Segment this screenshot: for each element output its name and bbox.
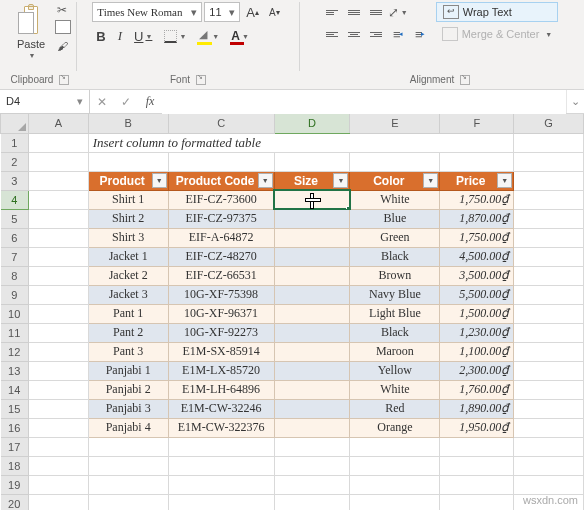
- increase-font-button[interactable]: A▴: [242, 3, 263, 22]
- row-header-14[interactable]: 14: [1, 380, 29, 399]
- row-header-7[interactable]: 7: [1, 247, 29, 266]
- table-cell-2-4[interactable]: 1,750.00₫: [440, 228, 514, 247]
- table-cell-4-3[interactable]: Brown: [350, 266, 440, 285]
- table-cell-10-1[interactable]: E1M-LH-64896: [168, 380, 274, 399]
- table-cell-12-2[interactable]: [274, 418, 350, 437]
- cell-A17[interactable]: [28, 437, 88, 456]
- row-header-9[interactable]: 9: [1, 285, 29, 304]
- column-header-B[interactable]: B: [88, 114, 168, 133]
- cell-E20[interactable]: [350, 494, 440, 510]
- table-cell-6-0[interactable]: Pant 1: [88, 304, 168, 323]
- table-cell-3-2[interactable]: [274, 247, 350, 266]
- copy-button[interactable]: ▼: [54, 20, 70, 36]
- decrease-font-button[interactable]: A▾: [265, 5, 284, 20]
- row-header-19[interactable]: 19: [1, 475, 29, 494]
- table-cell-3-0[interactable]: Jacket 1: [88, 247, 168, 266]
- fill-handle[interactable]: [346, 206, 350, 210]
- table-cell-8-3[interactable]: Maroon: [350, 342, 440, 361]
- cell-G6[interactable]: [514, 228, 584, 247]
- enter-formula-button[interactable]: ✓: [114, 95, 138, 109]
- cell-G8[interactable]: [514, 266, 584, 285]
- table-cell-9-2[interactable]: [274, 361, 350, 380]
- merge-center-button[interactable]: Merge & Center ▼: [436, 24, 559, 44]
- column-header-F[interactable]: F: [440, 114, 514, 133]
- cell-A14[interactable]: [28, 380, 88, 399]
- cell-A6[interactable]: [28, 228, 88, 247]
- row-header-4[interactable]: 4: [1, 190, 29, 209]
- table-cell-5-2[interactable]: [274, 285, 350, 304]
- expand-formula-bar-button[interactable]: ⌄: [566, 90, 584, 113]
- cell-G15[interactable]: [514, 399, 584, 418]
- fill-color-button[interactable]: ▼: [194, 28, 223, 44]
- cell-E19[interactable]: [350, 475, 440, 494]
- table-cell-0-1[interactable]: EIF-CZ-73600: [168, 190, 274, 209]
- font-size-combo[interactable]: 11 ▾: [204, 2, 240, 22]
- cell-A13[interactable]: [28, 361, 88, 380]
- align-bottom-button[interactable]: [366, 2, 386, 22]
- cell-C19[interactable]: [168, 475, 274, 494]
- cell-A7[interactable]: [28, 247, 88, 266]
- filter-button[interactable]: ▼: [258, 173, 273, 188]
- row-header-10[interactable]: 10: [1, 304, 29, 323]
- cell-A9[interactable]: [28, 285, 88, 304]
- name-box[interactable]: D4 ▾: [0, 90, 90, 114]
- cell-C18[interactable]: [168, 456, 274, 475]
- table-cell-4-2[interactable]: [274, 266, 350, 285]
- cell-G1[interactable]: [514, 133, 584, 152]
- cell-C17[interactable]: [168, 437, 274, 456]
- column-header-G[interactable]: G: [514, 114, 584, 133]
- cell-D17[interactable]: [274, 437, 350, 456]
- alignment-dialog-launcher[interactable]: [460, 75, 470, 85]
- cell-B17[interactable]: [88, 437, 168, 456]
- table-cell-7-1[interactable]: 10G-XF-92273: [168, 323, 274, 342]
- cell-G7[interactable]: [514, 247, 584, 266]
- wrap-text-button[interactable]: Wrap Text: [436, 2, 559, 22]
- filter-button[interactable]: ▼: [423, 173, 438, 188]
- table-cell-6-4[interactable]: 1,500.00₫: [440, 304, 514, 323]
- table-header-2[interactable]: Size▼: [274, 171, 350, 190]
- table-cell-7-3[interactable]: Black: [350, 323, 440, 342]
- table-cell-1-1[interactable]: EIF-CZ-97375: [168, 209, 274, 228]
- table-header-0[interactable]: Product▼: [88, 171, 168, 190]
- cell-F2[interactable]: [440, 152, 514, 171]
- table-cell-5-4[interactable]: 5,500.00₫: [440, 285, 514, 304]
- cell-A4[interactable]: [28, 190, 88, 209]
- insert-function-button[interactable]: fx: [138, 94, 162, 109]
- table-cell-6-1[interactable]: 10G-XF-96371: [168, 304, 274, 323]
- table-cell-11-3[interactable]: Red: [350, 399, 440, 418]
- table-cell-1-0[interactable]: Shirt 2: [88, 209, 168, 228]
- table-cell-2-2[interactable]: [274, 228, 350, 247]
- underline-button[interactable]: U▼: [130, 27, 156, 46]
- table-cell-12-4[interactable]: 1,950.00₫: [440, 418, 514, 437]
- table-cell-7-4[interactable]: 1,230.00₫: [440, 323, 514, 342]
- font-dialog-launcher[interactable]: [196, 75, 206, 85]
- table-cell-10-4[interactable]: 1,760.00₫: [440, 380, 514, 399]
- table-cell-10-0[interactable]: Panjabi 2: [88, 380, 168, 399]
- table-cell-8-2[interactable]: [274, 342, 350, 361]
- italic-button[interactable]: I: [114, 26, 126, 46]
- cell-A18[interactable]: [28, 456, 88, 475]
- cell-B19[interactable]: [88, 475, 168, 494]
- table-cell-10-3[interactable]: White: [350, 380, 440, 399]
- table-cell-7-2[interactable]: [274, 323, 350, 342]
- cell-D18[interactable]: [274, 456, 350, 475]
- table-cell-6-3[interactable]: Light Blue: [350, 304, 440, 323]
- column-header-D[interactable]: D: [274, 114, 350, 133]
- row-header-5[interactable]: 5: [1, 209, 29, 228]
- cell-F20[interactable]: [440, 494, 514, 510]
- cell-B2[interactable]: [88, 152, 168, 171]
- align-center-button[interactable]: [344, 24, 364, 44]
- table-cell-4-1[interactable]: EIF-CZ-66531: [168, 266, 274, 285]
- cell-A3[interactable]: [28, 171, 88, 190]
- cell-A8[interactable]: [28, 266, 88, 285]
- format-painter-button[interactable]: [54, 38, 70, 54]
- cell-B20[interactable]: [88, 494, 168, 510]
- cell-F19[interactable]: [440, 475, 514, 494]
- cell-F17[interactable]: [440, 437, 514, 456]
- cell-G4[interactable]: [514, 190, 584, 209]
- bold-button[interactable]: B: [92, 27, 109, 46]
- table-cell-12-1[interactable]: E1M-CW-322376: [168, 418, 274, 437]
- row-header-1[interactable]: 1: [1, 133, 29, 152]
- align-left-button[interactable]: [322, 24, 342, 44]
- filter-button[interactable]: ▼: [152, 173, 167, 188]
